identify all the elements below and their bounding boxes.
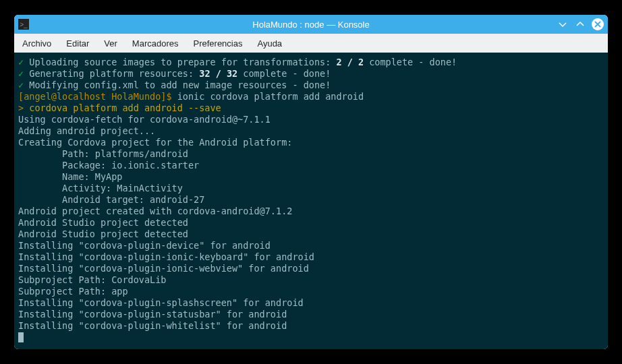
step-text: Generating platform resources: <box>29 68 199 79</box>
terminal-line: Subproject Path: CordovaLib <box>18 274 604 286</box>
terminal-line: Installing "cordova-plugin-splashscreen"… <box>18 297 604 309</box>
terminal-viewport[interactable]: ✓ Uploading source images to prepare for… <box>14 53 608 349</box>
terminal-line: ✓ Modifying config.xml to add new image … <box>18 80 604 91</box>
menu-archivo[interactable]: Archivo <box>22 38 51 49</box>
terminal-line: ✓ Generating platform resources: 32 / 32… <box>18 68 604 80</box>
menu-preferencias[interactable]: Preferencias <box>193 38 242 49</box>
terminal-line: Path: platforms/android <box>18 148 604 160</box>
maximize-button[interactable] <box>574 18 586 30</box>
terminal-line: Installing "cordova-plugin-ionic-keyboar… <box>18 251 604 263</box>
check-icon: ✓ <box>18 68 24 79</box>
menubar: Archivo Editar Ver Marcadores Preferenci… <box>14 34 608 53</box>
step-count: 2 / 2 <box>336 57 364 67</box>
close-button[interactable] <box>592 18 604 30</box>
step-text: complete - done! <box>237 68 331 79</box>
typed-command: ionic cordova platform add android <box>177 91 364 102</box>
minimize-button[interactable] <box>557 18 569 30</box>
shell-prompt: [angel@localhost HolaMundo]$ <box>18 91 172 102</box>
terminal-line: Installing "cordova-plugin-ionic-webview… <box>18 263 604 274</box>
menu-ver[interactable]: Ver <box>104 38 117 49</box>
sub-command: cordova platform add android --save <box>29 102 221 113</box>
menu-ayuda[interactable]: Ayuda <box>257 38 282 49</box>
konsole-window: >_ HolaMundo : node — Konsole Archivo Ed… <box>14 15 608 349</box>
step-count: 32 / 32 <box>199 68 237 79</box>
terminal-line: Using cordova-fetch for cordova-android@… <box>18 114 604 125</box>
menu-editar[interactable]: Editar <box>66 38 89 49</box>
terminal-line: Android Studio project detected <box>18 217 604 229</box>
terminal-line: Creating Cordova project for the Android… <box>18 137 604 148</box>
step-text: Modifying config.xml to add new image re… <box>29 80 331 90</box>
terminal-line: Installing "cordova-plugin-whitelist" fo… <box>18 320 604 332</box>
window-title: HolaMundo : node — Konsole <box>252 20 369 30</box>
check-icon: ✓ <box>18 80 24 90</box>
sub-prompt: > <box>18 102 24 113</box>
terminal-line: [angel@localhost HolaMundo]$ ionic cordo… <box>18 91 604 102</box>
terminal-line: Package: io.ionic.starter <box>18 160 604 171</box>
terminal-line: Name: MyApp <box>18 171 604 183</box>
step-text: Uploading source images to prepare for t… <box>29 57 336 67</box>
terminal-line: Installing "cordova-plugin-statusbar" fo… <box>18 309 604 320</box>
terminal-line: Android Studio project detected <box>18 229 604 240</box>
check-icon: ✓ <box>18 57 24 67</box>
window-controls <box>557 18 604 30</box>
terminal-line: Subproject Path: app <box>18 286 604 297</box>
app-icon: >_ <box>18 19 29 30</box>
terminal-line: Installing "cordova-plugin-device" for a… <box>18 240 604 251</box>
terminal-line: ✓ Uploading source images to prepare for… <box>18 57 604 68</box>
terminal-line: Activity: MainActivity <box>18 183 604 194</box>
terminal-line: Android target: android-27 <box>18 194 604 206</box>
terminal-line: Adding android project... <box>18 125 604 137</box>
titlebar[interactable]: >_ HolaMundo : node — Konsole <box>14 15 608 34</box>
terminal-line: Android project created with cordova-and… <box>18 206 604 217</box>
menu-marcadores[interactable]: Marcadores <box>132 38 179 49</box>
terminal-cursor <box>18 332 24 342</box>
step-text: complete - done! <box>364 57 457 67</box>
terminal-line: > cordova platform add android --save <box>18 102 604 114</box>
